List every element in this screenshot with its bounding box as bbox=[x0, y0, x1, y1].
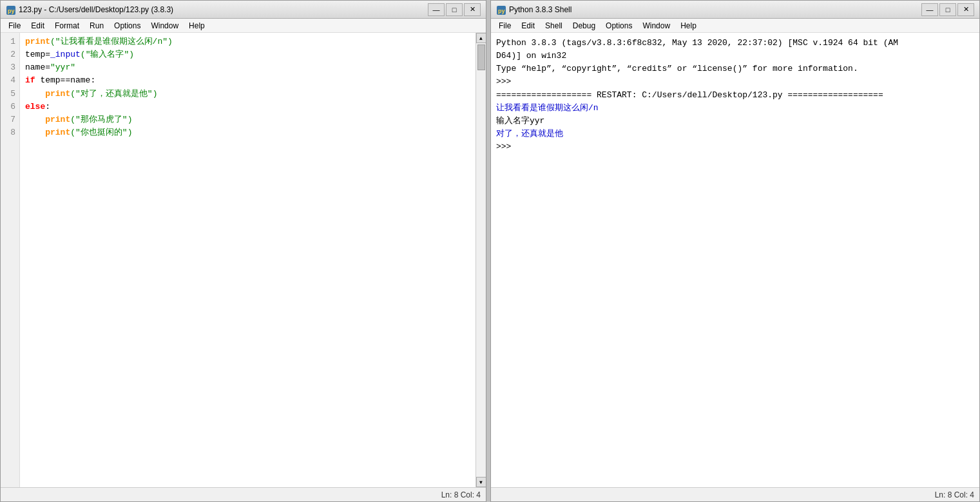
editor-status-bar: Ln: 8 Col: 4 bbox=[1, 487, 486, 501]
shell-menu-shell[interactable]: Shell bbox=[540, 20, 568, 32]
shell-menu-debug[interactable]: Debug bbox=[568, 20, 600, 32]
code-line: print("那你马虎了") bbox=[25, 113, 470, 126]
shell-title: Python 3.8.3 Shell bbox=[509, 5, 921, 14]
code-token bbox=[25, 115, 45, 124]
editor-title-bar: py 123.py - C:/Users/dell/Desktop/123.py… bbox=[1, 1, 486, 19]
scroll-thumb[interactable] bbox=[477, 44, 485, 70]
editor-menu-edit[interactable]: Edit bbox=[26, 20, 50, 32]
shell-menu-file[interactable]: File bbox=[494, 20, 516, 32]
editor-menu-file[interactable]: File bbox=[3, 20, 26, 32]
code-token: print bbox=[45, 115, 70, 124]
editor-scrollbar[interactable]: ▲ ▼ bbox=[476, 33, 486, 487]
shell-output-line: 对了，还真就是他 bbox=[496, 128, 974, 140]
line-number: 8 bbox=[3, 126, 15, 139]
shell-menu-window[interactable]: Window bbox=[637, 20, 675, 32]
code-line: temp=_input("输入名字") bbox=[25, 48, 470, 61]
editor-maximize-button[interactable]: □ bbox=[446, 3, 463, 16]
code-line: else: bbox=[25, 101, 470, 113]
code-token bbox=[25, 128, 45, 137]
code-token: name= bbox=[25, 63, 50, 72]
editor-cursor-position: Ln: 8 Col: 4 bbox=[441, 490, 481, 499]
line-number: 3 bbox=[3, 61, 15, 74]
line-number: 4 bbox=[3, 74, 15, 87]
code-token: ("你也挺闲的") bbox=[70, 128, 132, 137]
code-line: name="yyr" bbox=[25, 61, 470, 74]
line-number: 1 bbox=[3, 35, 15, 48]
shell-line: Type “help”, “copyright”, “credits” or “… bbox=[496, 63, 974, 75]
code-token: print bbox=[45, 128, 70, 137]
code-token: ("输入名字") bbox=[81, 50, 134, 59]
editor-close-button[interactable]: ✕ bbox=[464, 3, 481, 16]
shell-status-bar: Ln: 8 Col: 4 bbox=[491, 487, 979, 501]
shell-close-button[interactable]: ✕ bbox=[957, 3, 974, 16]
line-number: 6 bbox=[3, 101, 15, 113]
code-line: print("你也挺闲的") bbox=[25, 126, 470, 139]
shell-menu-help[interactable]: Help bbox=[675, 20, 702, 32]
code-editor[interactable]: print("让我看看是谁假期这么闲/n")temp=_input("输入名字"… bbox=[20, 33, 476, 487]
editor-title: 123.py - C:/Users/dell/Desktop/123.py (3… bbox=[19, 5, 428, 14]
editor-menu-options[interactable]: Options bbox=[109, 20, 146, 32]
line-number: 7 bbox=[3, 113, 15, 126]
code-token: print bbox=[45, 89, 70, 99]
editor-menu-window[interactable]: Window bbox=[146, 20, 184, 32]
shell-output-area[interactable]: Python 3.8.3 (tags/v3.8.3:6f8c832, May 1… bbox=[491, 33, 979, 487]
code-line: print("让我看看是谁假期这么闲/n") bbox=[25, 35, 470, 48]
code-token: temp==name: bbox=[35, 75, 96, 85]
editor-menu-help[interactable]: Help bbox=[184, 20, 210, 32]
shell-title-bar: py Python 3.8.3 Shell — □ ✕ bbox=[491, 1, 979, 19]
editor-window: py 123.py - C:/Users/dell/Desktop/123.py… bbox=[0, 0, 486, 502]
shell-line: Python 3.8.3 (tags/v3.8.3:6f8c832, May 1… bbox=[496, 37, 974, 50]
line-number: 5 bbox=[3, 88, 15, 101]
scroll-down-arrow[interactable]: ▼ bbox=[476, 477, 486, 487]
editor-window-controls: — □ ✕ bbox=[428, 3, 481, 16]
svg-text:py: py bbox=[8, 8, 15, 14]
shell-minimize-button[interactable]: — bbox=[921, 3, 938, 16]
shell-prompt-line: >>> bbox=[496, 140, 974, 153]
code-token: ("对了，还真就是他") bbox=[70, 89, 157, 99]
code-token: : bbox=[45, 102, 50, 111]
editor-content-area[interactable]: 12345678 print("让我看看是谁假期这么闲/n")temp=_inp… bbox=[1, 33, 486, 487]
line-number: 2 bbox=[3, 48, 15, 61]
editor-minimize-button[interactable]: — bbox=[428, 3, 445, 16]
code-token bbox=[25, 89, 45, 99]
line-numbers: 12345678 bbox=[1, 33, 20, 487]
code-token: _input bbox=[50, 50, 81, 59]
code-token: else bbox=[25, 102, 45, 111]
shell-menu-edit[interactable]: Edit bbox=[516, 20, 540, 32]
shell-window-controls: — □ ✕ bbox=[921, 3, 974, 16]
shell-line: D64)] on win32 bbox=[496, 50, 974, 63]
shell-window: py Python 3.8.3 Shell — □ ✕ File Edit Sh… bbox=[490, 0, 980, 502]
code-line: if temp==name: bbox=[25, 74, 470, 87]
python-file-icon: py bbox=[6, 5, 15, 14]
shell-input-line: 输入名字yyr bbox=[496, 115, 974, 128]
svg-text:py: py bbox=[498, 8, 505, 14]
code-token: print bbox=[25, 37, 50, 46]
python-shell-icon: py bbox=[496, 5, 505, 14]
code-token: ("那你马虎了") bbox=[70, 115, 132, 124]
shell-output-line: 让我看看是谁假期这么闲/n bbox=[496, 102, 974, 115]
code-token: if bbox=[25, 75, 35, 85]
editor-menu-run[interactable]: Run bbox=[84, 20, 109, 32]
shell-cursor-position: Ln: 8 Col: 4 bbox=[935, 490, 974, 499]
code-token: "yyr" bbox=[50, 63, 75, 72]
shell-menu-options[interactable]: Options bbox=[600, 20, 637, 32]
code-token: ("让我看看是谁假期这么闲/n") bbox=[50, 37, 173, 46]
shell-menu-bar: File Edit Shell Debug Options Window Hel… bbox=[491, 19, 979, 33]
scroll-up-arrow[interactable]: ▲ bbox=[476, 33, 486, 43]
code-token: temp= bbox=[25, 50, 50, 59]
shell-restart-line: =================== RESTART: C:/Users/de… bbox=[496, 89, 974, 102]
shell-prompt-line: >>> bbox=[496, 75, 974, 88]
editor-menu-bar: File Edit Format Run Options Window Help bbox=[1, 19, 486, 33]
code-line: print("对了，还真就是他") bbox=[25, 88, 470, 101]
editor-menu-format[interactable]: Format bbox=[50, 20, 84, 32]
shell-maximize-button[interactable]: □ bbox=[939, 3, 956, 16]
